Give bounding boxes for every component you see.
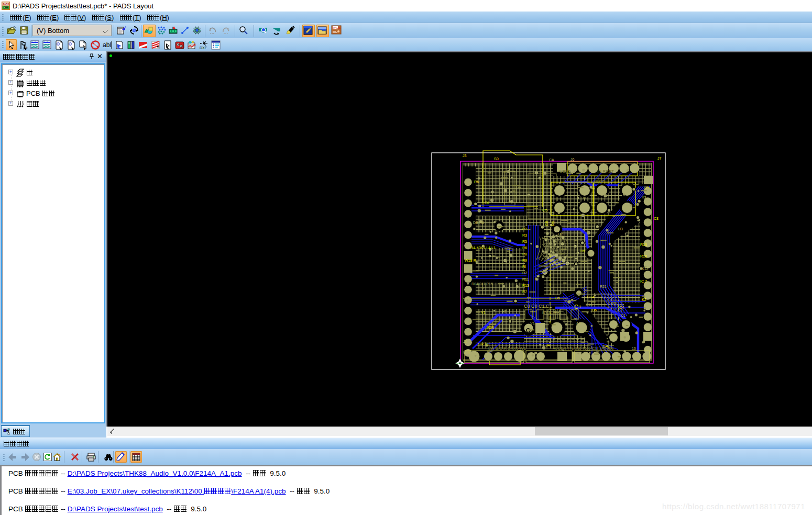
svg-text:J7: J7 bbox=[657, 156, 662, 160]
svg-text:D6: D6 bbox=[592, 308, 597, 312]
svg-text:J4: J4 bbox=[546, 343, 550, 347]
svg-text:Y3: Y3 bbox=[642, 196, 646, 199]
svg-text:PADS: PADS bbox=[3, 3, 9, 6]
svg-text:A0: A0 bbox=[576, 321, 581, 325]
svg-text:C6: C6 bbox=[544, 220, 549, 226]
svg-text:J3: J3 bbox=[463, 154, 467, 158]
svg-text:PADS: PADS bbox=[333, 26, 341, 29]
svg-text:U3: U3 bbox=[618, 227, 623, 231]
svg-text:C5: C5 bbox=[542, 208, 548, 212]
svg-text:D5: D5 bbox=[555, 296, 560, 300]
svg-text:RST: RST bbox=[595, 179, 605, 184]
svg-text:R3: R3 bbox=[522, 233, 527, 237]
svg-text:C1: C1 bbox=[621, 314, 626, 317]
svg-text:K12: K12 bbox=[642, 267, 649, 271]
svg-text:C8: C8 bbox=[654, 217, 659, 220]
svg-text:U5B: U5B bbox=[463, 351, 470, 354]
svg-text:Y2: Y2 bbox=[631, 170, 636, 173]
svg-text:R15: R15 bbox=[640, 243, 647, 247]
svg-text:R04-011 P15: R04-011 P15 bbox=[471, 282, 493, 286]
svg-text:R5: R5 bbox=[522, 240, 527, 243]
svg-text:R9: R9 bbox=[551, 220, 555, 226]
svg-text:C+: C+ bbox=[574, 304, 581, 310]
svg-text:R6: R6 bbox=[474, 180, 479, 184]
svg-text:RI: RI bbox=[522, 265, 526, 268]
svg-text:R9: R9 bbox=[522, 259, 527, 262]
svg-text:W18-R: W18-R bbox=[465, 259, 476, 262]
svg-text:U2: U2 bbox=[558, 232, 563, 236]
svg-text:R6: R6 bbox=[522, 246, 527, 250]
svg-text:R06: R06 bbox=[487, 326, 494, 329]
svg-text:R16: R16 bbox=[640, 254, 647, 258]
svg-text:IN RRST: IN RRST bbox=[597, 169, 614, 174]
svg-text:Y1: Y1 bbox=[481, 311, 486, 315]
svg-text:DXF: DXF bbox=[200, 46, 207, 50]
svg-text:R2: R2 bbox=[522, 227, 527, 231]
svg-text:C14: C14 bbox=[587, 295, 595, 299]
svg-text:B1 03: B1 03 bbox=[546, 183, 555, 187]
svg-text:H5: H5 bbox=[580, 249, 585, 253]
svg-text:K2: K2 bbox=[642, 298, 646, 301]
svg-text:R7: R7 bbox=[522, 271, 527, 275]
svg-text:D0: D0 bbox=[644, 185, 649, 189]
svg-text:DB-R5: DB-R5 bbox=[473, 221, 484, 225]
svg-text:LW SXXK SXX0 W1: LW SXXK SXX0 W1 bbox=[488, 346, 526, 351]
svg-text:V1: V1 bbox=[530, 321, 535, 325]
svg-text:A0 DDR TTL D16 T610 C22 1A6 0D: A0 DDR TTL D16 T610 C22 1A6 0DL bbox=[553, 346, 613, 350]
svg-text:C6: C6 bbox=[485, 201, 489, 205]
svg-text:HT: HT bbox=[502, 310, 507, 314]
svg-text:J5: J5 bbox=[463, 340, 467, 343]
svg-text:IC4: IC4 bbox=[618, 306, 624, 309]
svg-text:abl: abl bbox=[103, 41, 111, 49]
svg-text:S0: S0 bbox=[494, 157, 499, 161]
svg-text:R21: R21 bbox=[600, 285, 607, 288]
svg-text:R2: R2 bbox=[608, 316, 612, 320]
svg-text:IC 7: IC 7 bbox=[640, 279, 647, 283]
svg-text:C2: C2 bbox=[549, 211, 555, 216]
svg-text:J6: J6 bbox=[570, 158, 575, 161]
svg-text:16: 16 bbox=[632, 346, 636, 350]
svg-text:C16: C16 bbox=[586, 303, 592, 307]
svg-text:C8 C0 C1 C1: C8 C0 C1 C1 bbox=[524, 304, 552, 309]
svg-text:R4-+D01 L4 L1: R4-+D01 L4 L1 bbox=[470, 246, 496, 250]
svg-text:R7: R7 bbox=[522, 290, 527, 294]
svg-text:R13: R13 bbox=[522, 284, 529, 287]
svg-text:CA: CA bbox=[549, 158, 554, 162]
svg-text:R8: R8 bbox=[522, 252, 527, 256]
